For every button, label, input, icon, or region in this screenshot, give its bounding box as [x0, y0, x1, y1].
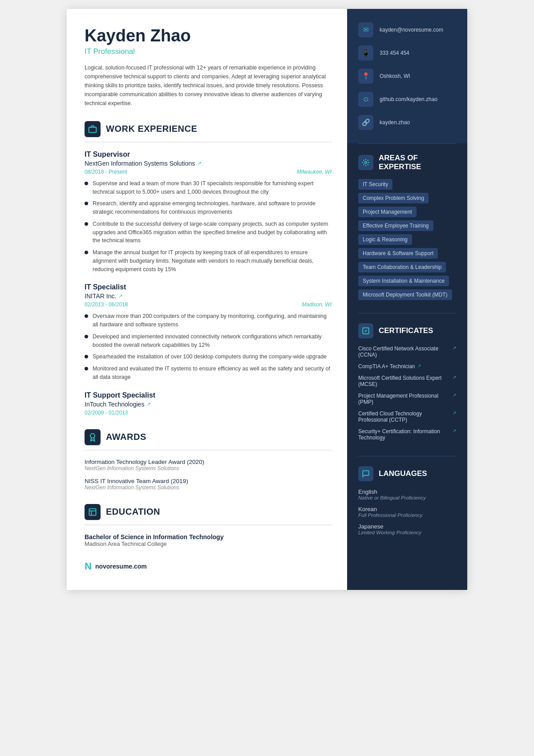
job-2-bullet-2: Developed and implemented innovated conn… — [85, 333, 332, 350]
job-3-link-icon[interactable]: ↗ — [146, 401, 151, 407]
lang-2: Korean Full Professional Proficiency — [358, 506, 456, 518]
expertise-header: AREAS OF EXPERTISE — [358, 154, 456, 172]
award-1-name: Information Technology Leader Award (202… — [85, 459, 332, 465]
job-2-title: IT Specialist — [85, 283, 332, 291]
candidate-summary: Logical, solution-focused IT professiona… — [85, 63, 332, 108]
job-2-company: INITAR Inc. ↗ — [85, 293, 332, 300]
edu-school: Madison Area Technical College — [85, 541, 332, 547]
job-2: IT Specialist INITAR Inc. ↗ 02/2013 - 06… — [85, 283, 332, 381]
job-1-date: 08/2018 - Present — [85, 169, 127, 175]
expertise-section: AREAS OF EXPERTISE IT Security Complex P… — [347, 144, 467, 313]
contact-email: ✉ kayden@novoresume.com — [358, 22, 456, 37]
lang-1-level: Native or Bilingual Proficiency — [358, 495, 456, 500]
skill-1: IT Security — [358, 179, 392, 190]
job-1-bullet-4: Manage the annual budget for IT projects… — [85, 248, 332, 273]
job-3-company: InTouch Technologies ↗ — [85, 401, 332, 408]
svg-point-1 — [90, 433, 95, 438]
education-icon — [85, 504, 101, 520]
right-column: ✉ kayden@novoresume.com 📱 333 454 454 📍 … — [347, 9, 467, 590]
portfolio-icon: 🔗 — [358, 115, 373, 130]
lang-2-level: Full Professional Proficiency — [358, 512, 456, 518]
cert-5: Certified Cloud Technology Professional … — [358, 411, 456, 423]
svg-rect-2 — [89, 508, 96, 515]
expertise-icon — [358, 155, 373, 170]
job-1-bullet-2: Research, identify and appraise emerging… — [85, 199, 332, 216]
cert-1: Cisco Certified Network Associate (CCNA)… — [358, 345, 456, 358]
bullet-dot — [85, 355, 88, 358]
phone-icon: 📱 — [358, 45, 373, 61]
bullet-dot — [85, 367, 88, 370]
bullet-dot — [85, 335, 88, 338]
contact-email-text: kayden@novoresume.com — [380, 27, 443, 33]
svg-point-3 — [365, 162, 367, 164]
job-3-date-location: 02/2009 - 01/2013 — [85, 410, 332, 416]
skill-8: System Installation & Maintenance — [358, 276, 449, 286]
certificates-section: CERTIFICATES Cisco Certified Network Ass… — [347, 313, 467, 456]
job-1-date-location: 08/2018 - Present Milwaukee, WI — [85, 169, 332, 175]
job-1-bullet-1: Supervise and lead a team of more than 3… — [85, 179, 332, 196]
job-1-link-icon[interactable]: ↗ — [197, 160, 202, 167]
lang-1: English Native or Bilingual Proficiency — [358, 488, 456, 500]
lang-1-name: English — [358, 488, 456, 495]
cert-2-link[interactable]: ↗ — [417, 363, 421, 368]
cert-3: Microsoft Certified Solutions Expert (MC… — [358, 375, 456, 387]
awards-icon — [85, 429, 101, 445]
job-2-bullets: Oversaw more than 200 computers of the c… — [85, 312, 332, 381]
resume-container: Kayden Zhao IT Professional Logical, sol… — [67, 9, 467, 590]
bullet-dot — [85, 202, 88, 205]
bullet-dot — [85, 222, 88, 226]
contact-location-text: Oshkosh, WI — [380, 73, 410, 79]
github-icon: ⊙ — [358, 92, 373, 107]
job-2-bullet-3: Spearheaded the installation of over 100… — [85, 353, 332, 361]
cert-4: Project Management Professional (PMP) ↗ — [358, 393, 456, 405]
contact-github-text: github.com/kayden.zhao — [380, 96, 437, 102]
job-1: IT Supervisor NextGen Information System… — [85, 150, 332, 274]
job-3-title: IT Support Specialist — [85, 391, 332, 399]
languages-section: LANGUAGES English Native or Bilingual Pr… — [347, 456, 467, 550]
certificates-title: CERTIFICATES — [379, 326, 433, 335]
education-header: EDUCATION — [85, 504, 332, 525]
cert-3-link[interactable]: ↗ — [453, 375, 456, 380]
job-2-bullet-4: Monitored and evaluated the IT systems t… — [85, 365, 332, 382]
work-section-title: WORK EXPERIENCE — [106, 124, 197, 134]
languages-header: LANGUAGES — [358, 466, 456, 481]
education-section: EDUCATION Bachelor of Science in Informa… — [85, 504, 332, 547]
lang-2-name: Korean — [358, 506, 456, 512]
certificates-icon — [358, 323, 373, 338]
award-2: NISS IT Innovative Team Award (2019) Nex… — [85, 478, 332, 491]
skill-3: Project Management — [358, 207, 417, 217]
brand-logo-n: N — [85, 561, 92, 572]
cert-6-link[interactable]: ↗ — [453, 428, 456, 433]
cert-1-link[interactable]: ↗ — [453, 345, 456, 350]
job-3: IT Support Specialist InTouch Technologi… — [85, 391, 332, 416]
skills-list: IT Security Complex Problem Solving Proj… — [358, 179, 456, 303]
award-1: Information Technology Leader Award (202… — [85, 459, 332, 471]
education-section-title: EDUCATION — [106, 507, 160, 517]
expertise-title: AREAS OF EXPERTISE — [379, 154, 421, 172]
contact-location: 📍 Oshkosh, WI — [358, 69, 456, 84]
cert-5-link[interactable]: ↗ — [453, 411, 456, 415]
skill-2: Complex Problem Solving — [358, 193, 429, 203]
header: Kayden Zhao IT Professional Logical, sol… — [85, 27, 332, 108]
awards-section-title: AWARDS — [106, 432, 146, 442]
cert-4-link[interactable]: ↗ — [453, 393, 456, 398]
lang-3-name: Japanese — [358, 523, 456, 530]
job-1-bullet-3: Contribute to the successful delivery of… — [85, 220, 332, 245]
skill-5: Logic & Reasoning — [358, 234, 412, 245]
contact-github: ⊙ github.com/kayden.zhao — [358, 92, 456, 107]
left-column: Kayden Zhao IT Professional Logical, sol… — [67, 9, 347, 590]
job-2-link-icon[interactable]: ↗ — [118, 293, 123, 299]
edu-degree: Bachelor of Science in Information Techn… — [85, 533, 332, 541]
contact-phone: 📱 333 454 454 — [358, 45, 456, 61]
cert-6: Security+ Certification: Information Tec… — [358, 428, 456, 441]
job-2-date-location: 02/2013 - 06/2018 Madison, WI — [85, 301, 332, 308]
job-1-bullets: Supervise and lead a team of more than 3… — [85, 179, 332, 274]
contact-portfolio-text: kayden.zhao — [380, 119, 410, 126]
job-2-bullet-1: Oversaw more than 200 computers of the c… — [85, 312, 332, 329]
contact-portfolio: 🔗 kayden.zhao — [358, 115, 456, 130]
award-1-org: NextGen Information Systems Solutions — [85, 465, 332, 471]
skill-4: Effective Employee Training — [358, 220, 433, 231]
contact-phone-text: 333 454 454 — [380, 50, 409, 56]
work-experience-section: WORK EXPERIENCE IT Supervisor NextGen In… — [85, 121, 332, 416]
location-icon: 📍 — [358, 69, 373, 84]
